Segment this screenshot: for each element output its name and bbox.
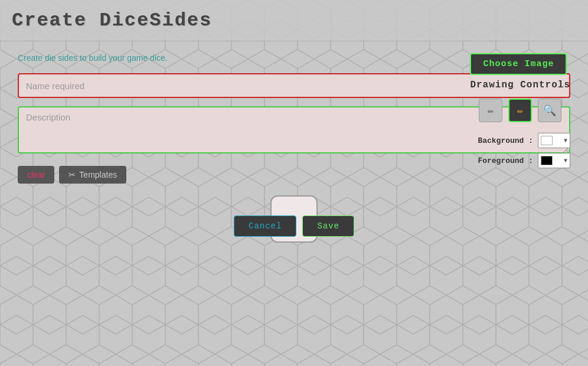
zoom-icon: 🔍: [543, 104, 556, 117]
draw-tool-button[interactable]: ✏: [508, 99, 532, 122]
foreground-label: Foreground :: [478, 156, 533, 165]
cancel-button[interactable]: Cancel: [234, 215, 296, 237]
bottom-buttons: Cancel Save: [234, 215, 354, 237]
background-color-select[interactable]: ▼: [538, 133, 570, 148]
draw-icon: ✏: [517, 104, 524, 117]
tool-row: ✏ ✏ 🔍: [470, 99, 570, 122]
clear-button[interactable]: clear: [18, 166, 54, 184]
page-title: Create DiceSides: [12, 9, 212, 31]
foreground-swatch: [541, 156, 553, 165]
foreground-color-row: Foreground : ▼: [470, 153, 570, 168]
choose-image-button[interactable]: Choose Image: [470, 53, 567, 75]
drawing-controls-label: Drawing Controls: [470, 80, 570, 90]
templates-label: Templates: [79, 170, 117, 179]
foreground-color-select[interactable]: ▼: [538, 153, 570, 168]
templates-button[interactable]: ✂ Templates: [59, 166, 126, 184]
background-color-row: Background : ▼: [470, 133, 570, 148]
zoom-tool-button[interactable]: 🔍: [538, 99, 561, 122]
background-dropdown-arrow: ▼: [564, 138, 567, 144]
background-label: Background :: [478, 136, 533, 145]
pencil-gray-icon: ✏: [488, 104, 494, 117]
pencil-tool-button[interactable]: ✏: [479, 99, 502, 122]
right-panel: Choose Image Drawing Controls ✏ ✏ 🔍 Back…: [470, 53, 570, 173]
scissors-icon: ✂: [68, 170, 76, 179]
save-button[interactable]: Save: [302, 215, 354, 237]
top-bar: Create DiceSides: [0, 0, 588, 41]
foreground-dropdown-arrow: ▼: [564, 158, 567, 164]
background-swatch: [541, 136, 553, 145]
